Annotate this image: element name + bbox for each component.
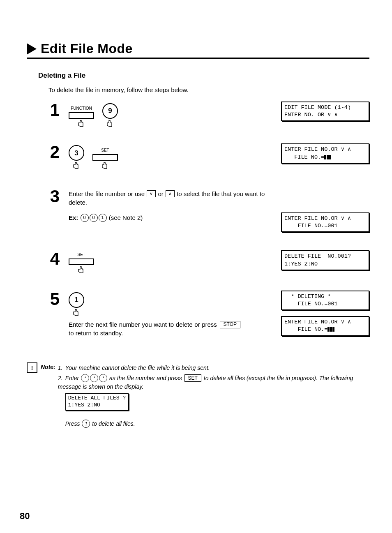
press-hand-icon [77, 266, 86, 273]
step-number: 2 [27, 143, 69, 161]
note-1-text: Your machine cannot delete the file whil… [65, 365, 210, 371]
note-2-text-e: to delete all files. [90, 420, 135, 427]
press-hand-icon [77, 120, 86, 127]
note-label: Note: [41, 362, 55, 370]
up-arrow-key-icon: ∧ [166, 190, 175, 197]
lcd-display: * DELETING * FILE NO.=001 [281, 291, 369, 310]
section-heading: Deleting a File [38, 72, 369, 80]
page-title: Edit File Mode [41, 41, 133, 56]
cursor-icon [327, 327, 335, 334]
cursor-icon [324, 155, 332, 162]
key-digit: 9 [102, 103, 118, 119]
key-1-icon: 1 [82, 420, 90, 428]
example-label: Ex: [69, 214, 78, 221]
key-digit: 1 [69, 292, 84, 308]
svg-marker-0 [27, 43, 37, 55]
step-number: 1 [27, 102, 69, 119]
alert-icon: ! [27, 362, 37, 373]
press-hand-icon [72, 309, 81, 316]
key-star-icon: * [99, 374, 107, 382]
key-0-icon: 0 [90, 214, 98, 222]
set-label: SET [101, 148, 109, 153]
stop-button-icon: STOP [220, 321, 240, 328]
key-star-icon: * [81, 374, 89, 382]
step-3: 3 Enter the file number or use ∨ or ∧ to… [27, 188, 369, 238]
lcd-display: EDIT FILE MODE (1-4) ENTER NO. OR ∨ ∧ [281, 102, 369, 121]
note-2-text-a: Enter [65, 375, 81, 381]
key-1-icon: 1 [99, 214, 107, 222]
lcd-display: ENTER FILE NO.OR ∨ ∧ FILE NO.= [281, 143, 369, 163]
note-2-text-d: Press [65, 420, 82, 427]
page-number: 80 [20, 511, 30, 521]
step3-text-a: Enter the file number or use [69, 190, 146, 197]
key-star-icon: * [90, 374, 98, 382]
note-block: ! Note: 1.Your machine cannot delete the… [27, 362, 369, 429]
lcd-display: ENTER FILE NO.OR ∨ ∧ FILE NO.=001 [281, 212, 369, 232]
intro-text: To delete the file in memory, follow the… [48, 86, 369, 93]
step-2: 2 3 SET ENTER FILE NO.OR ∨ ∧ [27, 143, 369, 169]
step-5: 5 1 Enter the next file number you want … [27, 291, 369, 342]
see-note-text: (see Note 2) [109, 214, 143, 221]
step-number: 4 [27, 250, 69, 268]
function-button-icon: FUNCTION [69, 106, 94, 127]
step5-follow-b: to return to standby. [69, 330, 123, 337]
key-digit: 3 [69, 145, 84, 161]
set-button-icon: SET [184, 374, 201, 382]
title-row: Edit File Mode [27, 41, 369, 59]
down-arrow-key-icon: ∨ [147, 190, 156, 197]
key-9-icon: 9 [102, 103, 118, 127]
lcd-display: DELETE FILE NO.001? 1:YES 2:NO [281, 250, 369, 270]
step-1: 1 FUNCTION 9 EDIT FILE MODE [27, 102, 369, 127]
press-hand-icon [106, 120, 115, 127]
step-number: 5 [27, 291, 69, 308]
set-button-icon: SET [92, 148, 118, 169]
set-button-icon: SET [69, 252, 94, 273]
press-hand-icon [72, 162, 81, 169]
function-label: FUNCTION [71, 106, 92, 111]
play-icon [27, 43, 37, 55]
note-2-text-b: as the file number and press [108, 375, 183, 381]
key-0-icon: 0 [81, 214, 89, 222]
step-number: 3 [27, 188, 69, 205]
lcd-display: ENTER FILE NO.OR ∨ ∧ FILE NO.= [281, 316, 369, 336]
lcd-display: DELETE ALL FILES ? 1:YES 2:NO [65, 393, 129, 411]
key-1-icon: 1 [69, 292, 84, 316]
set-label: SET [77, 252, 85, 258]
step-4: 4 SET DELETE FILE NO.001? 1:YES 2:NO [27, 250, 369, 276]
press-hand-icon [101, 162, 110, 169]
step5-follow-a: Enter the next file number you want to d… [69, 321, 219, 328]
step3-text-b: or [156, 190, 165, 197]
key-3-icon: 3 [69, 145, 84, 169]
